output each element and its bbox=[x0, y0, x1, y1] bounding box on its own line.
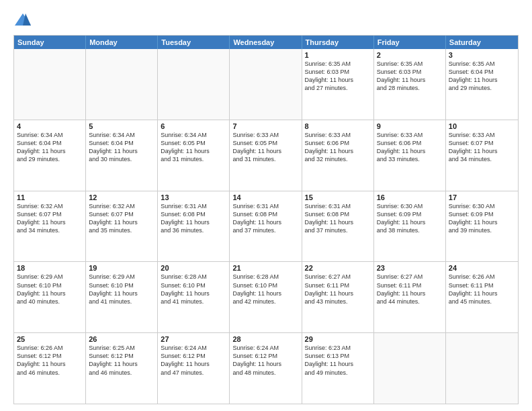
cell-info: Sunrise: 6:35 AMSunset: 6:04 PMDaylight:… bbox=[449, 60, 515, 93]
cell-info: Sunrise: 6:31 AMSunset: 6:08 PMDaylight:… bbox=[161, 202, 226, 235]
cell-info: Sunrise: 6:27 AMSunset: 6:11 PMDaylight:… bbox=[305, 273, 371, 306]
day-number: 26 bbox=[89, 335, 154, 343]
cell-info: Sunrise: 6:29 AMSunset: 6:10 PMDaylight:… bbox=[89, 273, 154, 306]
day-number: 10 bbox=[449, 122, 515, 130]
cell-info: Sunrise: 6:30 AMSunset: 6:09 PMDaylight:… bbox=[449, 202, 515, 235]
day-number: 24 bbox=[449, 264, 515, 272]
cell-info: Sunrise: 6:33 AMSunset: 6:07 PMDaylight:… bbox=[449, 131, 515, 164]
weekday-header: Monday bbox=[86, 36, 158, 49]
calendar-body: 1Sunrise: 6:35 AMSunset: 6:03 PMDaylight… bbox=[14, 49, 518, 404]
page-header bbox=[13, 11, 519, 30]
calendar-cell: 7Sunrise: 6:33 AMSunset: 6:05 PMDaylight… bbox=[230, 120, 302, 191]
cell-info: Sunrise: 6:23 AMSunset: 6:13 PMDaylight:… bbox=[305, 344, 371, 377]
day-number: 9 bbox=[377, 122, 443, 130]
calendar-row: 11Sunrise: 6:32 AMSunset: 6:07 PMDayligh… bbox=[14, 191, 518, 262]
day-number: 23 bbox=[377, 264, 443, 272]
day-number: 11 bbox=[17, 193, 83, 201]
cell-info: Sunrise: 6:33 AMSunset: 6:06 PMDaylight:… bbox=[305, 131, 371, 164]
cell-info: Sunrise: 6:27 AMSunset: 6:11 PMDaylight:… bbox=[377, 273, 443, 306]
calendar-row: 25Sunrise: 6:26 AMSunset: 6:12 PMDayligh… bbox=[14, 332, 518, 404]
logo bbox=[13, 11, 35, 30]
calendar-cell: 8Sunrise: 6:33 AMSunset: 6:06 PMDaylight… bbox=[302, 120, 374, 191]
cell-info: Sunrise: 6:32 AMSunset: 6:07 PMDaylight:… bbox=[17, 202, 83, 235]
calendar-cell: 26Sunrise: 6:25 AMSunset: 6:12 PMDayligh… bbox=[86, 333, 158, 404]
empty-cell bbox=[446, 333, 518, 404]
day-number: 22 bbox=[305, 264, 371, 272]
day-number: 17 bbox=[449, 193, 515, 201]
day-number: 28 bbox=[232, 335, 298, 343]
day-number: 19 bbox=[89, 264, 154, 272]
weekday-header: Tuesday bbox=[158, 36, 230, 49]
day-number: 21 bbox=[232, 264, 298, 272]
calendar-cell: 14Sunrise: 6:31 AMSunset: 6:08 PMDayligh… bbox=[230, 191, 302, 262]
calendar-cell: 2Sunrise: 6:35 AMSunset: 6:03 PMDaylight… bbox=[374, 49, 446, 120]
calendar-cell: 15Sunrise: 6:31 AMSunset: 6:08 PMDayligh… bbox=[302, 191, 374, 262]
day-number: 18 bbox=[17, 264, 83, 272]
cell-info: Sunrise: 6:24 AMSunset: 6:12 PMDaylight:… bbox=[161, 344, 226, 377]
calendar-cell: 6Sunrise: 6:34 AMSunset: 6:05 PMDaylight… bbox=[158, 120, 230, 191]
calendar-cell: 17Sunrise: 6:30 AMSunset: 6:09 PMDayligh… bbox=[446, 191, 518, 262]
calendar-cell: 21Sunrise: 6:28 AMSunset: 6:10 PMDayligh… bbox=[230, 262, 302, 332]
cell-info: Sunrise: 6:35 AMSunset: 6:03 PMDaylight:… bbox=[377, 60, 443, 93]
calendar-cell: 16Sunrise: 6:30 AMSunset: 6:09 PMDayligh… bbox=[374, 191, 446, 262]
empty-cell bbox=[158, 49, 230, 120]
cell-info: Sunrise: 6:29 AMSunset: 6:10 PMDaylight:… bbox=[17, 273, 83, 306]
day-number: 12 bbox=[89, 193, 154, 201]
cell-info: Sunrise: 6:33 AMSunset: 6:06 PMDaylight:… bbox=[377, 131, 443, 164]
calendar-cell: 12Sunrise: 6:32 AMSunset: 6:07 PMDayligh… bbox=[86, 191, 158, 262]
empty-cell bbox=[374, 333, 446, 404]
day-number: 7 bbox=[232, 122, 298, 130]
cell-info: Sunrise: 6:35 AMSunset: 6:03 PMDaylight:… bbox=[305, 60, 371, 93]
cell-info: Sunrise: 6:34 AMSunset: 6:04 PMDaylight:… bbox=[17, 131, 83, 164]
calendar-cell: 23Sunrise: 6:27 AMSunset: 6:11 PMDayligh… bbox=[374, 262, 446, 332]
calendar: SundayMondayTuesdayWednesdayThursdayFrid… bbox=[13, 35, 519, 404]
calendar-cell: 13Sunrise: 6:31 AMSunset: 6:08 PMDayligh… bbox=[158, 191, 230, 262]
calendar-cell: 22Sunrise: 6:27 AMSunset: 6:11 PMDayligh… bbox=[302, 262, 374, 332]
day-number: 25 bbox=[17, 335, 83, 343]
weekday-header: Sunday bbox=[14, 36, 86, 49]
cell-info: Sunrise: 6:28 AMSunset: 6:10 PMDaylight:… bbox=[161, 273, 226, 306]
calendar-cell: 9Sunrise: 6:33 AMSunset: 6:06 PMDaylight… bbox=[374, 120, 446, 191]
empty-cell bbox=[14, 49, 86, 120]
calendar-row: 1Sunrise: 6:35 AMSunset: 6:03 PMDaylight… bbox=[14, 49, 518, 120]
calendar-cell: 10Sunrise: 6:33 AMSunset: 6:07 PMDayligh… bbox=[446, 120, 518, 191]
calendar-header: SundayMondayTuesdayWednesdayThursdayFrid… bbox=[14, 36, 518, 49]
calendar-cell: 3Sunrise: 6:35 AMSunset: 6:04 PMDaylight… bbox=[446, 49, 518, 120]
day-number: 29 bbox=[305, 335, 371, 343]
day-number: 4 bbox=[17, 122, 83, 130]
cell-info: Sunrise: 6:28 AMSunset: 6:10 PMDaylight:… bbox=[232, 273, 298, 306]
logo-icon bbox=[13, 11, 32, 30]
cell-info: Sunrise: 6:31 AMSunset: 6:08 PMDaylight:… bbox=[232, 202, 298, 235]
calendar-row: 4Sunrise: 6:34 AMSunset: 6:04 PMDaylight… bbox=[14, 120, 518, 191]
cell-info: Sunrise: 6:32 AMSunset: 6:07 PMDaylight:… bbox=[89, 202, 154, 235]
day-number: 16 bbox=[377, 193, 443, 201]
day-number: 1 bbox=[305, 51, 371, 59]
weekday-header: Saturday bbox=[446, 36, 518, 49]
calendar-cell: 1Sunrise: 6:35 AMSunset: 6:03 PMDaylight… bbox=[302, 49, 374, 120]
cell-info: Sunrise: 6:34 AMSunset: 6:04 PMDaylight:… bbox=[89, 131, 154, 164]
calendar-cell: 20Sunrise: 6:28 AMSunset: 6:10 PMDayligh… bbox=[158, 262, 230, 332]
day-number: 6 bbox=[161, 122, 226, 130]
calendar-cell: 24Sunrise: 6:26 AMSunset: 6:11 PMDayligh… bbox=[446, 262, 518, 332]
calendar-cell: 29Sunrise: 6:23 AMSunset: 6:13 PMDayligh… bbox=[302, 333, 374, 404]
weekday-header: Wednesday bbox=[230, 36, 302, 49]
cell-info: Sunrise: 6:34 AMSunset: 6:05 PMDaylight:… bbox=[161, 131, 226, 164]
calendar-cell: 4Sunrise: 6:34 AMSunset: 6:04 PMDaylight… bbox=[14, 120, 86, 191]
cell-info: Sunrise: 6:31 AMSunset: 6:08 PMDaylight:… bbox=[305, 202, 371, 235]
weekday-header: Thursday bbox=[302, 36, 374, 49]
calendar-cell: 11Sunrise: 6:32 AMSunset: 6:07 PMDayligh… bbox=[14, 191, 86, 262]
calendar-cell: 28Sunrise: 6:24 AMSunset: 6:12 PMDayligh… bbox=[230, 333, 302, 404]
day-number: 5 bbox=[89, 122, 154, 130]
calendar-row: 18Sunrise: 6:29 AMSunset: 6:10 PMDayligh… bbox=[14, 261, 518, 332]
day-number: 20 bbox=[161, 264, 226, 272]
calendar-cell: 18Sunrise: 6:29 AMSunset: 6:10 PMDayligh… bbox=[14, 262, 86, 332]
day-number: 27 bbox=[161, 335, 226, 343]
calendar-cell: 27Sunrise: 6:24 AMSunset: 6:12 PMDayligh… bbox=[158, 333, 230, 404]
empty-cell bbox=[86, 49, 158, 120]
calendar-cell: 25Sunrise: 6:26 AMSunset: 6:12 PMDayligh… bbox=[14, 333, 86, 404]
day-number: 14 bbox=[232, 193, 298, 201]
empty-cell bbox=[230, 49, 302, 120]
cell-info: Sunrise: 6:24 AMSunset: 6:12 PMDaylight:… bbox=[232, 344, 298, 377]
day-number: 8 bbox=[305, 122, 371, 130]
cell-info: Sunrise: 6:30 AMSunset: 6:09 PMDaylight:… bbox=[377, 202, 443, 235]
